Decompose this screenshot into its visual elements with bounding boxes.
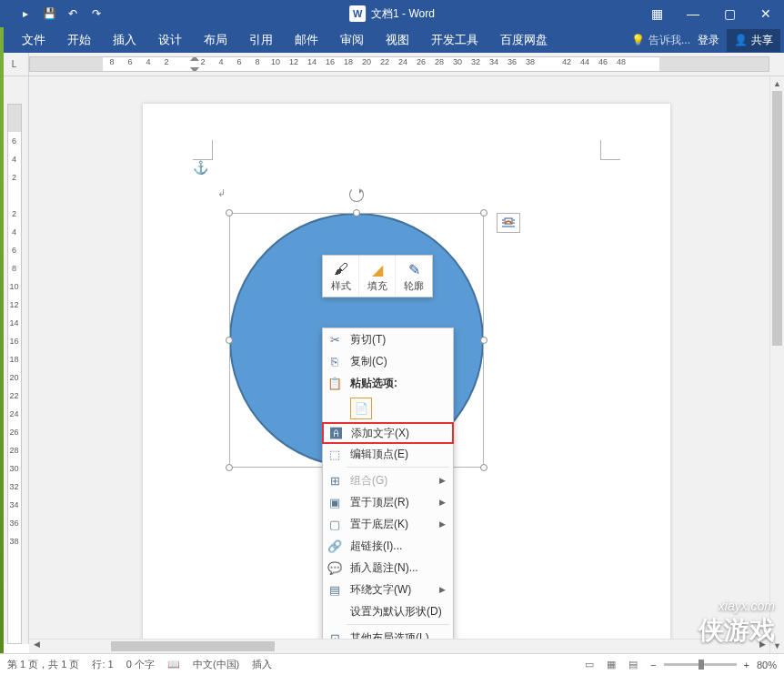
scroll-left-arrow[interactable]: ◀ xyxy=(29,640,44,649)
mini-fill-button[interactable]: ◢ 填充 xyxy=(359,256,396,297)
tab-design[interactable]: 设计 xyxy=(147,27,193,53)
maximize-button[interactable]: ▢ xyxy=(711,0,748,27)
rotate-handle[interactable] xyxy=(349,187,364,202)
zoom-out-button[interactable]: − xyxy=(650,660,656,670)
mini-outline-button[interactable]: ✎ 轮廓 xyxy=(396,256,432,297)
ruler-tick: 4 xyxy=(12,223,16,241)
zoom-level[interactable]: 80% xyxy=(757,660,777,670)
close-button[interactable]: ✕ xyxy=(748,0,784,27)
web-layout-icon[interactable]: ▤ xyxy=(623,657,643,673)
redo-icon[interactable]: ↷ xyxy=(89,6,104,21)
tab-mailings[interactable]: 邮件 xyxy=(284,27,329,53)
outline-icon: ✎ xyxy=(396,259,432,279)
vertical-scrollbar[interactable]: ▲ ▼ xyxy=(769,76,784,653)
resize-handle-tl[interactable] xyxy=(226,209,233,217)
menu-wrap-text[interactable]: ▤ 环绕文字(W) ▶ xyxy=(323,579,453,600)
resize-handle-br[interactable] xyxy=(480,464,487,471)
tab-file[interactable]: 文件 xyxy=(11,27,56,53)
tab-baidu[interactable]: 百度网盘 xyxy=(489,27,558,53)
ruler-tick: 28 xyxy=(430,57,448,66)
vertical-ruler-container: 6422468101214161820222426283032343638 xyxy=(0,76,29,644)
ruler-area: L 86422468101214161820222426283032343638… xyxy=(0,53,784,76)
scroll-up-arrow[interactable]: ▲ xyxy=(770,76,784,91)
status-language[interactable]: 中文(中国) xyxy=(193,658,239,671)
ruler-tick: 30 xyxy=(448,57,467,66)
menu-bring-front[interactable]: ▣ 置于顶层(R) ▶ xyxy=(323,491,453,513)
resize-handle-bl[interactable] xyxy=(226,464,233,471)
spellcheck-icon[interactable]: 📖 xyxy=(167,659,180,670)
ruler-tick: 8 xyxy=(12,259,16,277)
resize-handle-r[interactable] xyxy=(480,337,487,344)
context-menu: ✂ 剪切(T) ⎘ 复制(C) 📋 粘贴选项: 📄 🅰 添加文字(X) ⬚ 编辑… xyxy=(322,327,454,650)
hyperlink-icon: 🔗 xyxy=(327,539,343,553)
ribbon-options-icon[interactable]: ▦ xyxy=(638,0,675,27)
ruler-tick: 2 xyxy=(157,57,176,66)
tell-me-search[interactable]: 💡 告诉我... xyxy=(631,33,690,48)
quick-access-toolbar: ▸ 💾 ↶ ↷ xyxy=(0,6,104,21)
menu-cut[interactable]: ✂ 剪切(T) xyxy=(323,328,453,350)
h-scroll-thumb[interactable] xyxy=(111,641,275,651)
horizontal-ruler[interactable]: 8642246810121416182022242628303234363842… xyxy=(29,56,769,72)
ruler-tick: 22 xyxy=(376,57,394,66)
tab-layout[interactable]: 布局 xyxy=(193,27,238,53)
ruler-corner[interactable]: L xyxy=(0,53,29,76)
menu-set-default[interactable]: 设置为默认形状(D) xyxy=(323,600,453,622)
margin-corner-tl xyxy=(193,140,213,160)
v-scroll-thumb[interactable] xyxy=(772,91,782,346)
read-mode-icon[interactable]: ▭ xyxy=(579,657,599,673)
menu-insert-caption[interactable]: 💬 插入题注(N)... xyxy=(323,557,453,579)
caption-icon: 💬 xyxy=(327,561,343,575)
paste-option-picture[interactable]: 📄 xyxy=(350,398,372,419)
status-page[interactable]: 第 1 页，共 1 页 xyxy=(7,658,79,671)
menu-copy[interactable]: ⎘ 复制(C) xyxy=(323,350,453,372)
zoom-in-button[interactable]: + xyxy=(744,660,749,670)
print-layout-icon[interactable]: ▦ xyxy=(601,657,621,673)
menu-hyperlink[interactable]: 🔗 超链接(I)... xyxy=(323,535,453,557)
window-controls: ▦ ― ▢ ✕ xyxy=(638,0,784,27)
menu-add-text[interactable]: 🅰 添加文字(X) xyxy=(322,422,454,444)
tab-view[interactable]: 视图 xyxy=(375,27,420,53)
ruler-tick: 6 xyxy=(121,57,139,66)
ruler-tick: 38 xyxy=(9,532,18,550)
ruler-tick: 6 xyxy=(12,132,16,150)
menu-group: ⊞ 组合(G) ▶ xyxy=(323,469,453,491)
ruler-tick: 8 xyxy=(103,57,121,66)
ruler-tick: 2 xyxy=(12,168,16,186)
mini-style-button[interactable]: 🖌 样式 xyxy=(323,256,359,297)
layout-options-button[interactable] xyxy=(497,213,520,233)
chevron-right-icon: ▶ xyxy=(439,498,446,507)
status-mode[interactable]: 插入 xyxy=(252,658,272,671)
status-words[interactable]: 0 个字 xyxy=(126,658,155,671)
menu-send-back[interactable]: ▢ 置于底层(K) ▶ xyxy=(323,513,453,535)
chevron-right-icon: ▶ xyxy=(439,519,446,529)
save-icon[interactable]: 💾 xyxy=(42,6,56,21)
resize-handle-tr[interactable] xyxy=(480,209,487,217)
menu-edit-points[interactable]: ⬚ 编辑顶点(E) xyxy=(323,443,453,465)
resize-handle-l[interactable] xyxy=(226,337,233,344)
tab-home[interactable]: 开始 xyxy=(56,27,102,53)
tab-insert[interactable]: 插入 xyxy=(102,27,147,53)
lightbulb-icon: 💡 xyxy=(631,34,645,46)
horizontal-scrollbar[interactable]: ◀ ▶ xyxy=(29,639,769,653)
minimize-button[interactable]: ― xyxy=(675,0,711,27)
tab-references[interactable]: 引用 xyxy=(238,27,284,53)
undo-icon[interactable]: ↶ xyxy=(65,6,80,21)
tab-developer[interactable]: 开发工具 xyxy=(420,27,489,53)
login-link[interactable]: 登录 xyxy=(698,33,719,48)
statusbar: 第 1 页，共 1 页 行: 1 0 个字 📖 中文(中国) 插入 ▭ ▦ ▤ … xyxy=(0,653,784,675)
tab-review[interactable]: 审阅 xyxy=(329,27,375,53)
resize-handle-t[interactable] xyxy=(353,209,360,217)
first-line-indent-marker[interactable] xyxy=(190,56,199,61)
status-line[interactable]: 行: 1 xyxy=(92,658,113,671)
bring-front-icon: ▣ xyxy=(327,496,343,509)
ruler-tick: 10 xyxy=(266,57,285,66)
ruler-tick: 26 xyxy=(9,423,18,441)
group-icon: ⊞ xyxy=(327,474,343,488)
hanging-indent-marker[interactable] xyxy=(190,67,199,72)
zoom-slider[interactable] xyxy=(664,663,737,666)
ruler-tick: 4 xyxy=(139,57,157,66)
share-button[interactable]: 👤 共享 xyxy=(727,29,780,52)
anchor-icon[interactable]: ⚓ xyxy=(193,160,208,175)
vertical-ruler[interactable]: 6422468101214161820222426283032343638 xyxy=(7,104,22,644)
qat-customize-icon[interactable]: ▸ xyxy=(18,6,33,21)
